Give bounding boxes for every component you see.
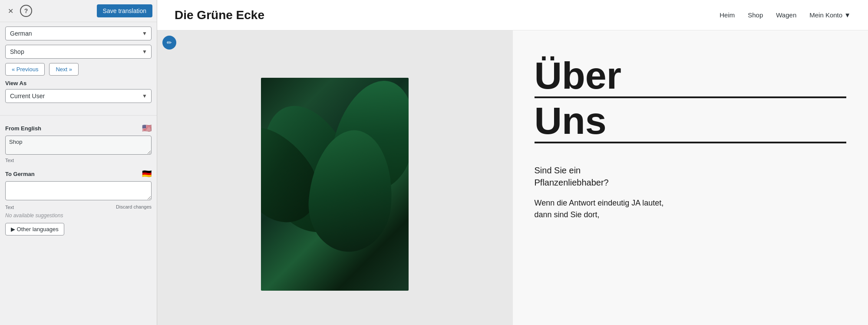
to-translation-textarea[interactable] [5,181,152,200]
translation-panel: ✕ ? Save translation German ▼ Shop ▼ « P… [0,0,157,325]
panel-divider [0,115,157,116]
to-language-text: To German [5,171,35,177]
uber-uns-heading: Über Uns [535,56,847,147]
view-as-selector-wrapper: Current User ▼ [5,89,152,103]
language-selector[interactable]: German [5,27,152,40]
translation-section: From English 🇺🇸 Shop Text To German 🇩🇪 T… [0,119,157,240]
close-icon: ✕ [8,7,13,15]
plant-image-container [261,78,409,291]
nav-heim[interactable]: Heim [719,11,735,19]
discard-row: Text Discard changes [5,203,152,210]
page-selector-wrapper: Shop ▼ [5,45,152,59]
preview-area: ✏ Über Uns Sind Sie ein Pflanzenliebhabe [157,30,868,325]
close-button[interactable]: ✕ [4,5,17,17]
site-header: Die Grüne Ecke Heim Shop Wagen Mein Kont… [157,0,868,30]
help-button[interactable]: ? [20,5,32,17]
to-flag-icon: 🇩🇪 [142,169,152,179]
panel-top-bar: ✕ ? Save translation [0,0,157,22]
from-translation-textarea: Shop [5,136,152,155]
heading-line2: Uns [535,102,847,143]
heading-line1: Über [535,56,847,98]
mein-konto-label: Mein Konto [809,11,842,19]
language-section: German ▼ Shop ▼ « Previous Next » View A… [0,22,157,112]
page-preview: ✏ Über Uns Sind Sie ein Pflanzenliebhabe [157,30,868,325]
help-icon: ? [24,7,28,14]
from-field-type: Text [5,158,152,163]
nav-mein-konto[interactable]: Mein Konto ▼ [809,11,851,19]
preview-text-section: Über Uns Sind Sie ein Pflanzenliebhaber?… [513,30,868,325]
other-languages-button[interactable]: ▶ Other languages [5,223,64,235]
view-as-label: View As [5,80,152,86]
previous-button[interactable]: « Previous [5,63,45,76]
from-flag-icon: 🇺🇸 [142,123,152,133]
save-translation-button[interactable]: Save translation [97,4,152,17]
site-nav: Heim Shop Wagen Mein Konto ▼ [719,11,851,19]
preview-image-section: ✏ [157,30,513,325]
nav-wagen[interactable]: Wagen [776,11,796,19]
nav-buttons: « Previous Next » [5,63,152,76]
site-title: Die Grüne Ecke [175,8,719,22]
plant-image [261,78,409,291]
to-field-type: Text [5,205,14,210]
preview-body-text: Wenn die Antwort eindeutig JA lautet, da… [535,197,673,221]
discard-changes-link[interactable]: Discard changes [116,204,152,209]
language-selector-wrapper: German ▼ [5,27,152,40]
page-selector[interactable]: Shop [5,45,152,59]
next-button[interactable]: Next » [49,63,79,76]
preview-subtext: Sind Sie ein Pflanzenliebhaber? [535,164,656,189]
mein-konto-arrow-icon: ▼ [844,11,851,19]
view-as-selector[interactable]: Current User [5,89,152,103]
no-suggestions-text: No available suggestions [5,212,152,219]
main-content: Die Grüne Ecke Heim Shop Wagen Mein Kont… [157,0,868,325]
from-language-text: From English [5,125,41,132]
to-language-label: To German 🇩🇪 [5,169,152,179]
edit-pencil-button[interactable]: ✏ [162,36,176,50]
nav-shop[interactable]: Shop [748,11,763,19]
from-language-label: From English 🇺🇸 [5,123,152,133]
